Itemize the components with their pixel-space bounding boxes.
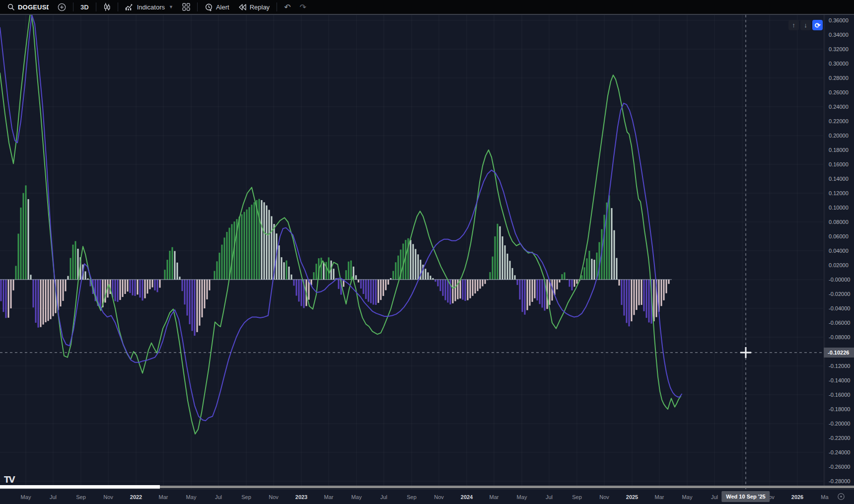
alert-button[interactable]: Alert xyxy=(201,1,233,13)
loading-bar-track[interactable] xyxy=(0,486,854,488)
histogram-bar xyxy=(8,280,9,318)
chart-style-button[interactable] xyxy=(100,1,114,13)
histogram-bar xyxy=(574,280,575,287)
pane-up-button[interactable]: ↑ xyxy=(788,20,799,30)
histogram-bar xyxy=(648,280,650,322)
time-label-month: Mar xyxy=(490,494,499,500)
symbol-search-button[interactable]: DOGEUSD xyxy=(4,2,52,12)
price-axis[interactable]: 0.360000.340000.320000.300000.280000.260… xyxy=(824,15,854,486)
histogram-bar xyxy=(18,234,19,280)
chart-canvas[interactable] xyxy=(0,15,854,489)
histogram-bar xyxy=(584,267,585,280)
undo-button[interactable]: ↶ xyxy=(281,1,294,13)
histogram-bar xyxy=(65,280,67,291)
price-label: -0.24000 xyxy=(829,449,850,455)
time-label-month: Mar xyxy=(324,494,334,500)
timezone-clock-icon[interactable] xyxy=(837,493,845,501)
histogram-bar xyxy=(522,280,523,312)
crosshair-price-label: -0.10226 xyxy=(824,348,854,358)
histogram-bar xyxy=(269,210,270,280)
histogram-bar xyxy=(204,280,206,308)
histogram-bar xyxy=(385,280,387,290)
histogram-bar xyxy=(532,280,533,302)
time-label-month: Ma xyxy=(821,494,828,500)
time-label-year: 2026 xyxy=(791,494,803,500)
histogram-bar xyxy=(321,258,322,280)
histogram-bar xyxy=(5,280,7,318)
histogram-bar xyxy=(187,280,188,316)
histogram-bar xyxy=(132,280,134,295)
undo-icon: ↶ xyxy=(284,2,290,12)
histogram-bar xyxy=(284,262,285,280)
candlestick-icon xyxy=(103,3,111,11)
histogram-bar xyxy=(251,205,253,280)
indicators-button[interactable]: Indicators ▼ xyxy=(122,2,177,12)
pane-scroll-buttons: ↑ ↓ ⟳ xyxy=(788,20,823,30)
histogram-bar xyxy=(634,280,635,315)
rewind-icon xyxy=(238,4,247,10)
price-label: -0.06000 xyxy=(829,320,850,326)
histogram-bar xyxy=(142,280,143,300)
price-label: 0.26000 xyxy=(829,89,849,95)
histogram-bar xyxy=(643,280,645,311)
histogram-bar xyxy=(621,280,623,305)
replay-button[interactable]: Replay xyxy=(235,2,273,12)
histogram-bar xyxy=(291,275,292,280)
histogram-bar xyxy=(75,241,76,280)
histogram-bar xyxy=(261,200,263,280)
histogram-bar xyxy=(209,280,211,290)
histogram-bar xyxy=(586,258,588,280)
time-label-month: Jul xyxy=(546,494,553,500)
redo-button[interactable]: ↷ xyxy=(296,1,310,13)
time-label-month: Nov xyxy=(434,494,444,500)
histogram-bar xyxy=(279,245,280,280)
price-label: 0.18000 xyxy=(829,147,849,153)
reset-scale-button[interactable]: ⟳ xyxy=(812,20,823,30)
interval-button[interactable]: 3D xyxy=(77,2,92,12)
price-label: 0.12000 xyxy=(829,190,849,196)
histogram-bar xyxy=(447,280,449,302)
histogram-bar xyxy=(346,270,347,280)
toolbar-separator xyxy=(96,2,96,11)
time-label-month: Nov xyxy=(103,494,113,500)
histogram-bar xyxy=(639,280,640,305)
histogram-bar xyxy=(53,280,54,316)
pane-down-button[interactable]: ↓ xyxy=(800,20,811,30)
price-label: -0.16000 xyxy=(829,392,850,398)
histogram-bar xyxy=(480,280,481,288)
histogram-bar xyxy=(360,280,362,288)
redo-icon: ↷ xyxy=(300,2,306,12)
histogram-bar xyxy=(164,270,166,280)
histogram-bar xyxy=(140,280,141,297)
histogram-bar xyxy=(293,280,295,286)
histogram-bar xyxy=(576,280,578,284)
time-label-month: Jul xyxy=(380,494,387,500)
histogram-bar xyxy=(445,280,446,300)
histogram-bar xyxy=(475,280,476,293)
histogram-bar xyxy=(348,262,350,280)
time-label-year: 2025 xyxy=(626,494,638,500)
price-label: 0.24000 xyxy=(829,104,849,110)
price-label: -0.28000 xyxy=(829,478,850,484)
histogram-bar xyxy=(3,280,4,312)
histogram-bar xyxy=(241,215,243,280)
histogram-bar xyxy=(219,253,220,280)
time-label-month: May xyxy=(517,494,527,500)
histogram-bar xyxy=(502,236,503,280)
time-label-year: 2024 xyxy=(461,494,473,500)
add-symbol-button[interactable] xyxy=(54,1,70,13)
histogram-bar xyxy=(149,280,151,289)
histogram-bar xyxy=(0,280,2,301)
layout-templates-button[interactable] xyxy=(179,1,194,12)
histogram-bar xyxy=(259,199,260,280)
histogram-bar xyxy=(477,280,479,291)
histogram-bar xyxy=(495,236,496,280)
price-label: 0.20000 xyxy=(829,133,849,139)
histogram-bar xyxy=(194,280,196,336)
histogram-bar xyxy=(157,280,158,292)
tradingview-logo[interactable]: TV xyxy=(4,475,14,485)
histogram-bar xyxy=(174,251,176,280)
histogram-bar xyxy=(668,280,670,284)
histogram-bar xyxy=(569,280,570,287)
histogram-bar xyxy=(179,277,181,280)
